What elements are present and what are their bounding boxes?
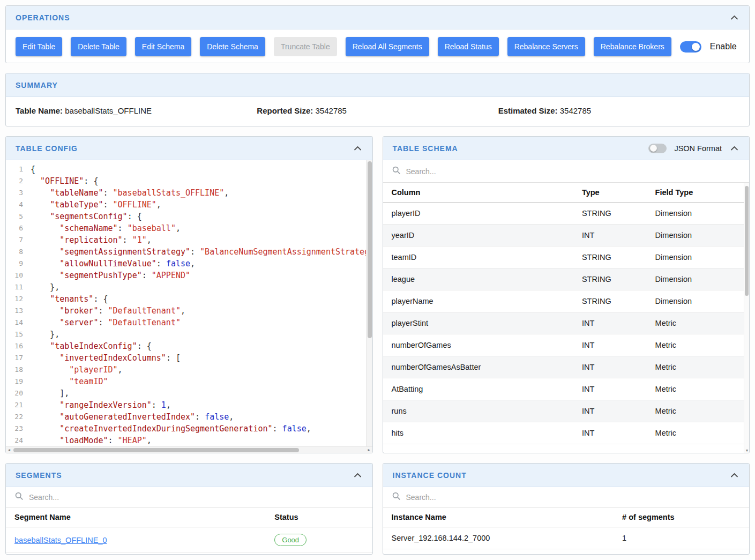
table-config-collapse-chevron-icon[interactable] — [353, 145, 363, 152]
schema-cell: Metric — [647, 422, 749, 444]
segments-header: SEGMENTS — [6, 464, 372, 487]
op-button-delete-table[interactable]: Delete Table — [71, 37, 126, 56]
summary-body: Table Name: baseballStats_OFFLINE Report… — [6, 97, 749, 124]
schema-cell: Metric — [647, 356, 749, 378]
segments-col-name: Segment Name — [6, 507, 266, 527]
summary-reported-size-value: 3542785 — [316, 106, 347, 115]
schema-cell: playerStint — [383, 312, 573, 334]
table-config-editor[interactable]: 1{2 "OFFLINE": {3 "tableName": "baseball… — [6, 160, 372, 453]
line-number: 9 — [6, 258, 31, 270]
summary-table-name-label: Table Name: — [16, 106, 63, 115]
editor-vertical-scrollbar-thumb[interactable] — [368, 161, 372, 338]
schema-cell: teamID — [383, 247, 573, 268]
schema-header-row: Column Type Field Type — [383, 183, 750, 203]
schema-cell: INT — [573, 334, 647, 356]
json-format-toggle[interactable] — [648, 144, 667, 153]
line-number: 13 — [6, 305, 31, 317]
code-line: 13 "broker": "DefaultTenant", — [6, 305, 372, 317]
schema-cell: INT — [573, 400, 647, 422]
op-button-edit-table[interactable]: Edit Table — [16, 37, 62, 56]
pinot-table-details-page: OPERATIONS Edit TableDelete TableEdit Sc… — [0, 0, 755, 560]
code-line: 1{ — [6, 163, 372, 175]
code-line: 9 "allowNullTimeValue": false, — [6, 258, 372, 270]
segment-status-badge: Good — [274, 534, 307, 546]
schema-cell: INT — [573, 378, 647, 400]
code-line: 15 }, — [6, 328, 372, 340]
table-schema-collapse-chevron-icon[interactable] — [729, 145, 739, 152]
instance-count-header: INSTANCE COUNT — [383, 464, 750, 487]
scroll-down-arrow-icon[interactable]: ▾ — [744, 448, 749, 453]
schema-cell: Dimension — [647, 225, 749, 247]
code-line: 5 "segmentsConfig": { — [6, 211, 372, 222]
schema-cell: Metric — [647, 378, 749, 400]
summary-title: SUMMARY — [16, 81, 58, 89]
schema-row: teamIDSTRINGDimension — [383, 247, 750, 268]
schema-vertical-scrollbar[interactable]: ▾ — [744, 183, 749, 453]
editor-horizontal-scrollbar[interactable]: ◂ ▸ — [6, 446, 372, 453]
code-line: 18 "playerID", — [6, 364, 372, 376]
code-line: 14 "server": "DefaultTenant" — [6, 317, 372, 328]
schema-cell: league — [383, 268, 573, 290]
op-button-reload-status[interactable]: Reload Status — [438, 37, 499, 56]
op-button-edit-schema[interactable]: Edit Schema — [135, 37, 191, 56]
line-number: 5 — [6, 211, 31, 222]
instance-search-input[interactable] — [406, 493, 741, 502]
schema-cell: INT — [573, 312, 647, 334]
code-line: 23 "createInvertedIndexDuringSegmentGene… — [6, 423, 372, 435]
scroll-left-arrow-icon[interactable]: ◂ — [6, 447, 12, 453]
code-line: 10 "segmentPushType": "APPEND" — [6, 270, 372, 281]
segments-collapse-chevron-icon[interactable] — [353, 472, 363, 479]
schema-cell: Dimension — [647, 290, 749, 312]
middle-row: TABLE CONFIG 1{2 "OFFLINE": {3 "tableNam… — [5, 136, 750, 453]
schema-cell: playerID — [383, 203, 573, 225]
summary-table-name-value: baseballStats_OFFLINE — [65, 106, 152, 115]
line-number: 2 — [6, 175, 31, 187]
table-config-code: 1{2 "OFFLINE": {3 "tableName": "baseball… — [6, 160, 372, 446]
line-number: 22 — [6, 411, 31, 423]
op-button-delete-schema[interactable]: Delete Schema — [200, 37, 265, 56]
scroll-right-arrow-icon[interactable]: ▸ — [366, 447, 372, 453]
editor-horizontal-scrollbar-thumb[interactable] — [13, 448, 299, 452]
editor-vertical-scrollbar[interactable] — [366, 160, 372, 446]
segment-link[interactable]: baseballStats_OFFLINE_0 — [14, 536, 107, 544]
instance-count-collapse-chevron-icon[interactable] — [729, 472, 739, 479]
schema-row: numberOfGamesINTMetric — [383, 334, 750, 356]
search-icon — [14, 491, 24, 503]
line-number: 24 — [6, 435, 31, 446]
enable-toggle-label: Enable — [710, 42, 737, 51]
schema-search-input[interactable] — [406, 167, 741, 176]
instance-segment-count-cell: 1 — [614, 527, 749, 549]
op-button-rebalance-brokers[interactable]: Rebalance Brokers — [594, 37, 671, 56]
segments-table: Segment Name Status baseballStats_OFFLIN… — [6, 507, 372, 553]
op-button-rebalance-servers[interactable]: Rebalance Servers — [507, 37, 585, 56]
code-line: 2 "OFFLINE": { — [6, 175, 372, 187]
table-schema-header: TABLE SCHEMA JSON Format — [383, 137, 750, 160]
summary-estimated-size: Estimated Size: 3542785 — [498, 106, 739, 115]
schema-row: playerNameSTRINGDimension — [383, 290, 750, 312]
op-button-reload-all-segments[interactable]: Reload All Segments — [346, 37, 429, 56]
search-icon — [392, 166, 401, 177]
schema-cell: Metric — [647, 334, 749, 356]
schema-cell: STRING — [573, 268, 647, 290]
schema-scrollbar-thumb[interactable] — [745, 186, 749, 296]
table-schema-panel: TABLE SCHEMA JSON Format — [383, 136, 750, 453]
table-config-header: TABLE CONFIG — [6, 137, 372, 160]
code-line: 4 "tableType": "OFFLINE", — [6, 199, 372, 211]
schema-cell: INT — [573, 225, 647, 247]
line-number: 3 — [6, 187, 31, 199]
operations-title: OPERATIONS — [16, 13, 70, 22]
schema-row: runsINTMetric — [383, 400, 750, 422]
operations-buttons: Edit TableDelete TableEdit SchemaDelete … — [16, 37, 671, 56]
schema-cell: Metric — [647, 400, 749, 422]
line-number: 10 — [6, 270, 31, 281]
segments-search-input[interactable] — [29, 493, 364, 502]
code-line: 3 "tableName": "baseballStats_OFFLINE", — [6, 187, 372, 199]
summary-header: SUMMARY — [6, 73, 749, 97]
line-number: 7 — [6, 234, 31, 246]
segments-col-status: Status — [266, 507, 372, 527]
enable-toggle[interactable] — [680, 41, 701, 53]
instance-count-title: INSTANCE COUNT — [393, 471, 467, 480]
schema-cell: Dimension — [647, 203, 749, 225]
operations-collapse-chevron-icon[interactable] — [729, 14, 739, 21]
summary-estimated-size-value: 3542785 — [560, 106, 591, 115]
